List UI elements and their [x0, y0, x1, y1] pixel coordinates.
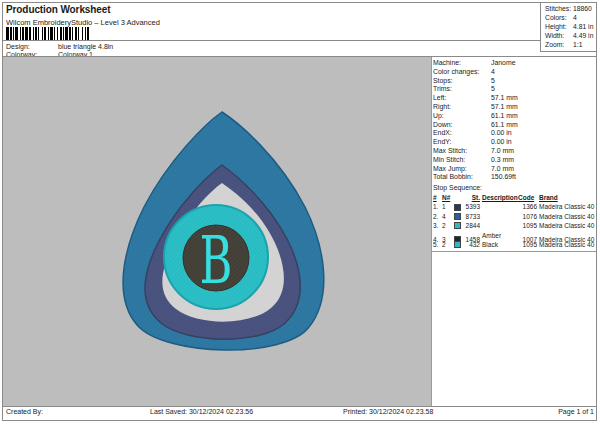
design-name-value: blue triangle 4.8in [58, 43, 113, 50]
stop-sequence-row: 1. 1 5393 1366 Madeira Classic 40 [433, 202, 596, 211]
col-num: # [433, 193, 442, 202]
machine-info-table: Machine: Janome Color changes: 4 Stops: … [433, 59, 595, 182]
machine-info-label: Max Jump: [433, 165, 467, 174]
thread-code: 1076 [518, 212, 539, 221]
stop-num: 2. [433, 212, 442, 221]
machine-info-row: Machine: Janome [433, 59, 595, 68]
machine-info-row: Trims: 5 [433, 85, 595, 94]
barcode [6, 27, 152, 40]
thread-code: 1366 [518, 202, 539, 211]
machine-info-row: Stops: 5 [433, 77, 595, 86]
stat-label: Zoom: [545, 41, 564, 50]
machine-info-value: 0.00 in [491, 138, 512, 147]
machine-info-row: Total Bobbin: 150.69ft [433, 173, 595, 182]
thread-brand: Madeira Classic 40 [539, 202, 596, 211]
stat-label: Width: [545, 32, 564, 41]
stat-label: Height: [545, 23, 567, 32]
machine-info-label: Max Stitch: [433, 147, 467, 156]
machine-info-row: EndX: 0.00 in [433, 129, 595, 138]
thread-number: 5393 [465, 202, 482, 211]
thread-color-swatch [454, 213, 461, 220]
stop-sequence-row: 3. 2 2844 1095 Madeira Classic 40 [433, 221, 596, 230]
footer-divider [3, 406, 596, 407]
design-stats-box: Stitches: 18860 Colors: 4 Height: 4.81 i… [540, 2, 596, 52]
machine-info-row: Left: 57.1 mm [433, 94, 595, 103]
needle-num: 4 [442, 212, 454, 221]
thread-color-swatch [454, 241, 461, 248]
machine-info-label: Right: [433, 103, 451, 112]
thread-description: Amber Black [482, 231, 518, 250]
thread-brand: Madeira Classic 40 [539, 212, 596, 221]
stat-label: Colors: [545, 14, 567, 23]
stop-sequence-row: 4. 3 1458 Amber Black 1007 Madeira Class… [433, 231, 596, 240]
design-preview-canvas: B [3, 57, 432, 406]
thread-number: 432 [465, 240, 482, 249]
machine-info-value: 0.3 mm [491, 156, 514, 165]
machine-info-value: 4 [491, 68, 495, 77]
stop-sequence-underline [432, 251, 596, 252]
stat-value: 18860 [573, 5, 592, 14]
stats-row: Height: 4.81 in [541, 23, 596, 32]
machine-info-value: 0.00 in [491, 129, 512, 138]
machine-info-label: Down: [433, 121, 453, 130]
col-n: N# [442, 193, 454, 202]
machine-info-row: Down: 61.1 mm [433, 121, 595, 130]
stop-sequence-header-row: # N# St. Description Code Brand [433, 193, 596, 202]
last-saved-text: Last Saved: 30/12/2024 02.23.56 [150, 408, 253, 419]
thread-brand: Madeira Classic 40 [539, 221, 596, 230]
machine-info-label: EndX: [433, 129, 452, 138]
thread-color-swatch [454, 204, 461, 211]
machine-info-label: Color changes: [433, 68, 479, 77]
stop-sequence-row: 2. 4 8733 1076 Madeira Classic 40 [433, 212, 596, 221]
machine-info-row: Right: 57.1 mm [433, 103, 595, 112]
stop-sequence-title: Stop Sequence: [433, 184, 482, 191]
machine-info-value: 5 [491, 77, 495, 86]
machine-info-value: 150.69ft [491, 173, 516, 182]
machine-info-value: 57.1 mm [491, 103, 518, 112]
stats-row: Stitches: 18860 [541, 5, 596, 14]
machine-info-value: 61.1 mm [491, 121, 518, 130]
machine-info-value: 57.1 mm [491, 94, 518, 103]
machine-info-label: Stops: [433, 77, 453, 86]
software-subtitle: Wilcom EmbroideryStudio – Level 3 Advanc… [6, 18, 160, 27]
needle-num: 1 [442, 202, 454, 211]
col-brand: Brand [539, 193, 596, 202]
stop-num: 5. [433, 240, 442, 249]
stop-sequence-table: # N# St. Description Code Brand 1. 1 539… [433, 193, 596, 249]
machine-info-label: Total Bobbin: [433, 173, 473, 182]
machine-info-label: Up: [433, 112, 444, 121]
stats-row: Colors: 4 [541, 14, 596, 23]
page-number: Page 1 of 1 [558, 408, 594, 419]
machine-info-row: Up: 61.1 mm [433, 112, 595, 121]
machine-info-value: Janome [491, 59, 516, 68]
printed-text: Printed: 30/12/2024 02.23.58 [343, 408, 433, 419]
thread-code: 1095 [518, 240, 539, 249]
machine-info-label: Left: [433, 94, 446, 103]
machine-info-row: EndY: 0.00 in [433, 138, 595, 147]
stat-label: Stitches: [545, 5, 571, 14]
machine-info-row: Max Jump: 7.0 mm [433, 165, 595, 174]
monogram-letter: B [200, 222, 233, 298]
needle-num: 2 [442, 221, 454, 230]
machine-info-label: Machine: [433, 59, 461, 68]
col-st: St. [465, 193, 482, 202]
machine-info-label: EndY: [433, 138, 451, 147]
needle-num: 2 [442, 240, 454, 249]
machine-info-value: 61.1 mm [491, 112, 518, 121]
machine-info-row: Color changes: 4 [433, 68, 595, 77]
header-divider [3, 40, 540, 41]
stat-value: 4.49 in [573, 32, 593, 41]
machine-info-value: 5 [491, 85, 495, 94]
page-title: Production Worksheet [6, 4, 111, 15]
machine-info-row: Max Stitch: 7.0 mm [433, 147, 595, 156]
machine-info-row: Min Stitch: 0.3 mm [433, 156, 595, 165]
design-label: Design: [6, 43, 30, 50]
stat-value: 4.81 in [573, 23, 593, 32]
machine-info-label: Min Stitch: [433, 156, 465, 165]
thread-brand: Madeira Classic 40 [539, 240, 596, 249]
thread-number: 2844 [465, 221, 482, 230]
col-description: Description [482, 193, 518, 202]
machine-info-value: 7.0 mm [491, 147, 514, 156]
stop-num: 1. [433, 202, 442, 211]
stats-row: Width: 4.49 in [541, 32, 596, 41]
